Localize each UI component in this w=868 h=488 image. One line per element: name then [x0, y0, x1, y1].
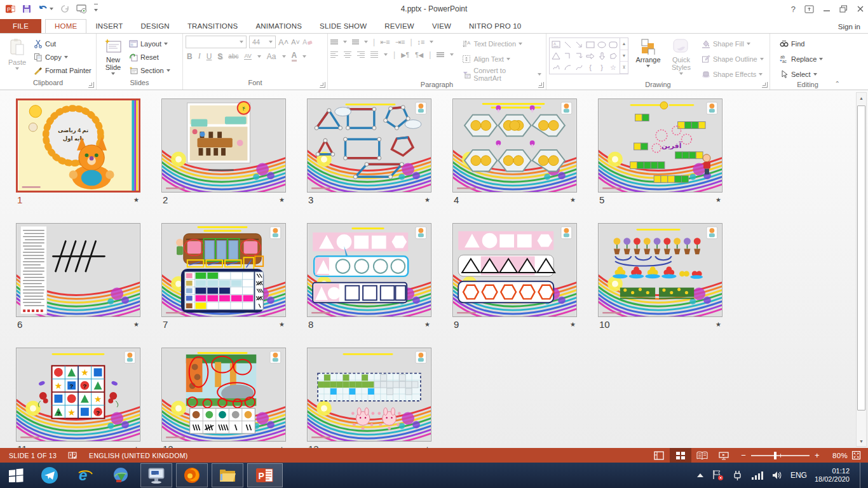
- tab-file[interactable]: FILE: [0, 19, 41, 33]
- scroll-up-icon[interactable]: ▲: [857, 93, 866, 103]
- slide-thumbnail-7[interactable]: 7★: [161, 223, 286, 331]
- slide-thumbnail-4[interactable]: 4★: [452, 98, 577, 207]
- normal-view-button[interactable]: [648, 448, 670, 463]
- taskbar-powerpoint[interactable]: P: [247, 463, 283, 487]
- paragraph-dialog-launcher-icon[interactable]: [538, 82, 544, 88]
- change-case-button[interactable]: Aa: [267, 52, 276, 61]
- increase-indent-button[interactable]: ⇥≡: [395, 38, 405, 46]
- decrease-font-size-button[interactable]: A˅: [291, 38, 300, 46]
- tab-animations[interactable]: ANIMATIONS: [247, 20, 311, 33]
- shape-scribble-icon[interactable]: [550, 62, 562, 73]
- language-indicator[interactable]: ENGLISH (UNITED KINGDOM): [89, 452, 187, 459]
- font-dialog-launcher-icon[interactable]: [320, 82, 325, 88]
- reset-button[interactable]: Reset: [127, 50, 172, 64]
- animation-star-icon[interactable]: ★: [715, 196, 721, 203]
- line-spacing-button[interactable]: ↕≡: [417, 38, 425, 46]
- language-tray-indicator[interactable]: ENG: [790, 471, 807, 480]
- decrease-indent-button[interactable]: ⇤≡: [380, 38, 390, 46]
- underline-button[interactable]: U: [207, 52, 212, 61]
- scrollbar-thumb[interactable]: [857, 105, 865, 410]
- shape-triangle-icon[interactable]: [550, 50, 562, 62]
- clear-formatting-icon[interactable]: A: [302, 37, 313, 46]
- slide-10-thumb[interactable]: [598, 223, 722, 317]
- tab-transitions[interactable]: TRANSITIONS: [179, 20, 247, 33]
- shapes-scroll-down-icon[interactable]: ▼: [620, 50, 628, 62]
- slide-6-thumb[interactable]: [16, 223, 140, 317]
- slide-8-thumb[interactable]: [307, 223, 431, 317]
- tab-nitro-pro[interactable]: NITRO PRO 10: [460, 20, 530, 33]
- character-spacing-button[interactable]: AV: [244, 53, 251, 60]
- shape-arc-icon[interactable]: [562, 62, 573, 73]
- fit-slide-to-window-button[interactable]: [848, 448, 864, 463]
- slide-indicator[interactable]: SLIDE 1 OF 13: [9, 452, 57, 459]
- justify-icon[interactable]: [370, 50, 378, 59]
- slide-9-thumb[interactable]: [452, 223, 577, 317]
- slide-thumbnail-1[interactable]: تم 4 ریاضی پایه اول 1★: [16, 98, 140, 207]
- font-size-combo[interactable]: 44: [249, 36, 276, 48]
- strikethrough-button[interactable]: abc: [228, 53, 238, 60]
- slide-sorter-view-button[interactable]: [670, 448, 691, 463]
- taskbar-clock[interactable]: 01:12 18/02/2020: [815, 467, 852, 484]
- shape-right-arrow-icon[interactable]: [585, 50, 596, 62]
- zoom-out-button[interactable]: −: [741, 451, 746, 460]
- show-desktop-button[interactable]: [860, 463, 863, 488]
- taskbar-remote-keyboard-app[interactable]: [140, 463, 172, 487]
- sign-in-link[interactable]: Sign in: [838, 23, 860, 30]
- zoom-in-button[interactable]: +: [815, 451, 820, 460]
- slide-thumbnail-5[interactable]: آفرین 5★: [598, 98, 722, 207]
- shape-elbow-icon[interactable]: [562, 50, 573, 62]
- slide-thumbnail-2[interactable]: ۴ 2★: [161, 98, 286, 207]
- shape-star-icon[interactable]: ☆: [607, 62, 619, 73]
- taskbar-internet-explorer[interactable]: e: [67, 463, 103, 488]
- quick-styles-button[interactable]: Quick Styles: [668, 36, 695, 81]
- replace-button[interactable]: abac Replace: [778, 52, 825, 65]
- start-from-beginning-icon[interactable]: [76, 4, 88, 14]
- text-shadow-button[interactable]: S: [217, 52, 222, 61]
- increase-font-size-button[interactable]: A˄: [278, 37, 288, 47]
- animation-star-icon[interactable]: ★: [133, 196, 139, 203]
- animation-star-icon[interactable]: ★: [424, 196, 430, 203]
- shape-outline-button[interactable]: Shape Outline: [700, 52, 766, 65]
- shape-left-brace-icon[interactable]: {: [585, 62, 596, 73]
- shape-arrow-icon[interactable]: [573, 39, 585, 50]
- bullets-icon[interactable]: [330, 39, 338, 46]
- spell-check-icon[interactable]: [68, 451, 78, 460]
- numbering-icon[interactable]: [352, 39, 359, 46]
- format-painter-button[interactable]: Format Painter: [32, 64, 93, 77]
- tab-slide-show[interactable]: SLIDE SHOW: [311, 20, 376, 33]
- slide-show-button[interactable]: [713, 448, 735, 463]
- scroll-down-icon[interactable]: ▼: [857, 436, 866, 446]
- shape-rectangle-icon[interactable]: [585, 39, 596, 50]
- align-right-icon[interactable]: [357, 50, 365, 59]
- minimize-icon[interactable]: [823, 5, 831, 13]
- shape-right-brace-icon[interactable]: }: [596, 62, 607, 73]
- powerpoint-app-icon[interactable]: P: [5, 4, 15, 14]
- restore-icon[interactable]: [839, 5, 848, 13]
- action-center-flag-icon[interactable]: [712, 470, 724, 481]
- align-left-icon[interactable]: [330, 50, 338, 59]
- align-text-button[interactable]: Align Text: [460, 52, 543, 65]
- copy-button[interactable]: Copy: [32, 50, 93, 64]
- tab-insert[interactable]: INSERT: [86, 20, 132, 33]
- clipboard-dialog-launcher-icon[interactable]: [88, 82, 94, 88]
- save-icon[interactable]: [22, 4, 32, 14]
- animation-star-icon[interactable]: ★: [279, 196, 285, 203]
- shape-fill-button[interactable]: Shape Fill: [700, 37, 766, 50]
- taskbar-firefox[interactable]: [176, 463, 208, 487]
- shape-oval-icon[interactable]: [596, 39, 607, 50]
- speaker-icon[interactable]: [771, 470, 783, 480]
- slide-thumbnail-11[interactable]: ★ ★ ? ? ★ ? ★ ? 11★: [16, 348, 140, 448]
- align-center-icon[interactable]: [344, 50, 351, 59]
- find-button[interactable]: Find: [778, 37, 825, 50]
- slide-4-thumb[interactable]: [452, 98, 577, 193]
- animation-star-icon[interactable]: ★: [424, 321, 430, 328]
- slide-thumbnail-8[interactable]: 8★: [307, 223, 431, 331]
- slide-13-thumb[interactable]: [307, 348, 431, 442]
- drawing-dialog-launcher-icon[interactable]: [762, 82, 768, 88]
- tab-review[interactable]: REVIEW: [376, 20, 423, 33]
- text-direction-rtl-button[interactable]: ¶◀: [415, 51, 423, 58]
- slide-thumbnail-10[interactable]: 10★: [598, 223, 722, 331]
- slide-11-thumb[interactable]: ★ ★ ? ? ★ ? ★ ?: [16, 348, 140, 442]
- slide-3-thumb[interactable]: [307, 98, 431, 193]
- slide-2-thumb[interactable]: ۴: [161, 98, 286, 193]
